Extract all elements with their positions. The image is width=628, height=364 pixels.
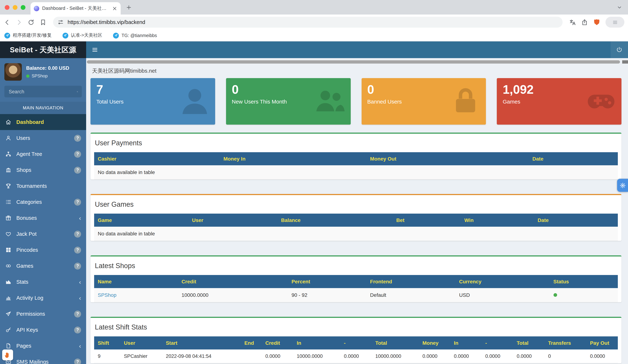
cell-money: 0.0000 <box>419 350 450 363</box>
logout-button[interactable] <box>611 41 628 58</box>
item-badge: ? <box>74 262 81 269</box>
bookmark-item[interactable]: TG: @tianmeibbs <box>113 32 157 38</box>
sidebar-item-tournaments[interactable]: Tournaments <box>0 178 86 194</box>
user-panel: Balance: 0.00 USD SPShop <box>0 58 86 84</box>
sidebar-item-label: Categories <box>16 199 42 205</box>
info-box-row: 7 Total Users 0 New Users This Month 0 B… <box>90 78 622 125</box>
tab-search-chevron-icon[interactable] <box>617 4 622 10</box>
sidebar-item-shops[interactable]: Shops ? <box>0 162 86 178</box>
empty-table-message: No data available in table <box>94 227 618 241</box>
forward-button[interactable] <box>16 19 22 26</box>
gift-icon <box>5 215 12 221</box>
item-badge: ? <box>74 310 81 317</box>
app-header-bar <box>86 41 628 58</box>
column-header: Pay Out <box>586 336 618 350</box>
submenu-chevron-icon: ‹ <box>79 295 81 301</box>
sidebar-item-label: Jack Pot <box>16 231 37 237</box>
browser-menu-pill[interactable] <box>606 17 624 28</box>
column-header: End <box>241 336 262 350</box>
power-icon <box>616 47 623 53</box>
window-minimize-button[interactable] <box>13 5 17 10</box>
sidebar-item-activity-log[interactable]: Activity Log ‹ <box>0 290 86 306</box>
cell-credit: 0.0000 <box>262 350 293 363</box>
column-header: Credit <box>262 336 293 350</box>
window-close-button[interactable] <box>5 5 9 10</box>
sidebar-item-games[interactable]: Games ? <box>0 258 86 274</box>
translate-extension-button[interactable] <box>617 179 628 192</box>
panel-title: User Games <box>90 195 622 214</box>
new-tab-button[interactable] <box>126 4 132 10</box>
sidebar-toggle-button[interactable] <box>86 41 104 58</box>
chain-icon <box>5 263 12 269</box>
bookmark-button[interactable] <box>40 19 47 26</box>
item-badge: ? <box>74 167 81 173</box>
app-brand: SeiBet - 天美社区源 <box>0 41 86 58</box>
sidebar-item-bonuses[interactable]: Bonuses ‹ <box>0 210 86 226</box>
column-header: In <box>450 336 482 350</box>
bar-chart-icon <box>5 295 12 301</box>
home-icon <box>5 119 12 125</box>
search-input[interactable] <box>8 88 74 95</box>
sidebar-item-permissions[interactable]: Permissions ? <box>0 306 86 322</box>
table-row: 9 SPCashier 2022-09-08 04:41:54 0.0000 1… <box>94 350 618 363</box>
panel-user-payments: User Payments Cashier Money In Money Out… <box>90 133 622 179</box>
column-header: Win <box>461 214 534 227</box>
window-controls <box>0 5 30 10</box>
cell-end <box>241 350 262 363</box>
sidebar-item-users[interactable]: Users ? <box>0 130 86 146</box>
sidebar-item-label: Tournaments <box>16 183 47 189</box>
shop-link[interactable]: SPShop <box>98 292 116 298</box>
sidebar-item-dashboard[interactable]: Dashboard <box>0 114 86 130</box>
cell-in: 10000.0000 <box>293 350 340 363</box>
search-icon[interactable] <box>77 89 78 94</box>
file-icon <box>5 343 12 349</box>
sidebar-search[interactable] <box>4 86 82 97</box>
address-bar[interactable] <box>53 17 563 28</box>
bookmark-label: TG: @tianmeibbs <box>122 33 157 38</box>
sidebar-item-label: Bonuses <box>16 215 37 221</box>
sidebar-item-label: Dashboard <box>16 119 44 125</box>
sidebar-item-label: Users <box>16 135 30 141</box>
sidebar-item-pincodes[interactable]: Pincodes ? <box>0 242 86 258</box>
bookmark-item[interactable]: 认准->天美社区 <box>63 32 102 39</box>
info-box-new-users: 0 New Users This Month <box>226 78 351 125</box>
brave-shield-icon[interactable] <box>593 18 600 26</box>
back-button[interactable] <box>4 19 10 26</box>
tab-close-icon[interactable] <box>112 6 117 11</box>
cell-total2: 0.0000 <box>513 350 545 363</box>
bookmark-item[interactable]: 程序搭建/开发/修复 <box>4 32 52 39</box>
sidebar-item-label: SMS Mailings <box>16 359 49 364</box>
sitemap-icon <box>5 151 12 157</box>
sidebar-item-agent-tree[interactable]: Agent Tree ? <box>0 146 86 162</box>
share-icon[interactable] <box>581 19 588 26</box>
reload-button[interactable] <box>28 19 35 26</box>
trophy-icon <box>5 183 12 189</box>
nav-section-label: MAIN NAVIGATION <box>0 102 86 114</box>
horizontal-scrollbar[interactable] <box>87 60 620 64</box>
sidebar-item-categories[interactable]: Categories ? <box>0 194 86 210</box>
cell-shift: 9 <box>94 350 120 363</box>
column-header: In <box>293 336 340 350</box>
window-zoom-button[interactable] <box>21 5 25 10</box>
sidebar-item-label: Shops <box>16 167 31 173</box>
translate-icon[interactable] <box>569 19 576 26</box>
panel-latest-shift-stats: Latest Shift Stats Shift User Start End … <box>90 317 622 363</box>
column-header: Cashier <box>94 152 220 165</box>
site-controls-icon[interactable] <box>58 19 64 25</box>
sidebar-item-api-keys[interactable]: API Keys ? <box>0 322 86 338</box>
item-badge: ? <box>74 326 81 333</box>
table-row: SPShop 10000.0000 90 - 92 Default USD <box>94 288 618 302</box>
sidebar-item-stats[interactable]: Stats ‹ <box>0 274 86 290</box>
browser-tab[interactable]: Dashboard - SeiBet - 天美社区源 <box>30 2 121 14</box>
corner-extension-button[interactable] <box>2 350 13 360</box>
browser-toolbar <box>0 14 628 30</box>
column-header: Name <box>94 275 178 288</box>
sidebar-item-jack-pot[interactable]: Jack Pot ? <box>0 226 86 242</box>
url-input[interactable] <box>67 19 558 25</box>
sidebar-item-label: API Keys <box>16 327 38 333</box>
column-header: Date <box>534 214 618 227</box>
shop-name: SPShop <box>32 73 48 78</box>
submenu-chevron-icon: ‹ <box>79 279 81 285</box>
item-badge: ? <box>74 246 81 253</box>
site-favicon-icon <box>34 6 39 11</box>
